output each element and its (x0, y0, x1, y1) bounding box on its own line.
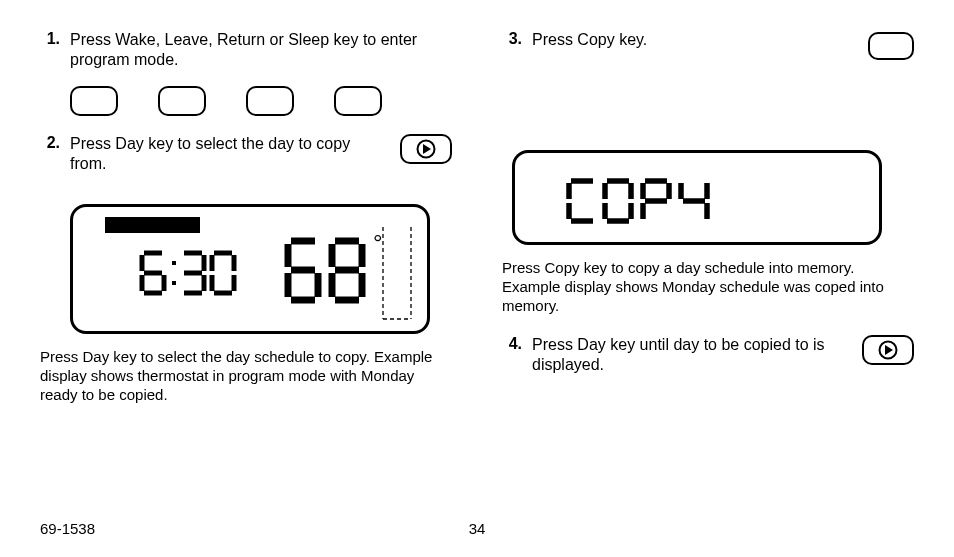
day-key-icon-2 (862, 335, 914, 365)
step-3: 3. Press Copy key. (502, 30, 647, 50)
lcd-display-2 (512, 150, 882, 245)
caption-1: Press Day key to select the day schedule… (40, 348, 452, 404)
step-3-number: 3. (502, 30, 532, 50)
svg-rect-2 (172, 281, 176, 285)
play-circle-icon (878, 340, 898, 360)
step-2: 2. Press Day key to select the day to co… (40, 134, 382, 174)
step-1-number: 1. (40, 30, 70, 70)
step-1: 1. Press Wake, Leave, Return or Sleep ke… (40, 30, 452, 70)
page-footer: 69-1538 34 (0, 520, 954, 537)
right-column: 3. Press Copy key. (502, 30, 914, 424)
copy-key-icon (868, 32, 914, 60)
svg-rect-1 (172, 261, 176, 265)
day-indicator-bar (105, 217, 200, 233)
step-1-text: Press Wake, Leave, Return or Sleep key t… (70, 30, 452, 70)
lcd-display-1: ° (70, 204, 430, 334)
leave-key-icon (158, 86, 206, 116)
lcd-time (138, 249, 248, 301)
step-4-number: 4. (502, 335, 532, 375)
dashed-annotation (381, 227, 415, 323)
play-circle-icon (416, 139, 436, 159)
return-key-icon (246, 86, 294, 116)
step-3-text: Press Copy key. (532, 30, 647, 50)
step-2-number: 2. (40, 134, 70, 174)
wake-key-icon (70, 86, 118, 116)
period-keys (70, 86, 452, 116)
lcd-temp (283, 235, 373, 311)
page-number: 34 (469, 520, 486, 537)
caption-2: Press Copy key to copy a day schedule in… (502, 259, 914, 315)
step-4-text: Press Day key until day to be copied to … (532, 335, 844, 375)
sleep-key-icon (334, 86, 382, 116)
lcd-copy-text (565, 177, 745, 229)
doc-number: 69-1538 (40, 520, 95, 537)
left-column: 1. Press Wake, Leave, Return or Sleep ke… (40, 30, 452, 424)
step-2-text: Press Day key to select the day to copy … (70, 134, 382, 174)
day-key-icon (400, 134, 452, 164)
step-4: 4. Press Day key until day to be copied … (502, 335, 844, 375)
